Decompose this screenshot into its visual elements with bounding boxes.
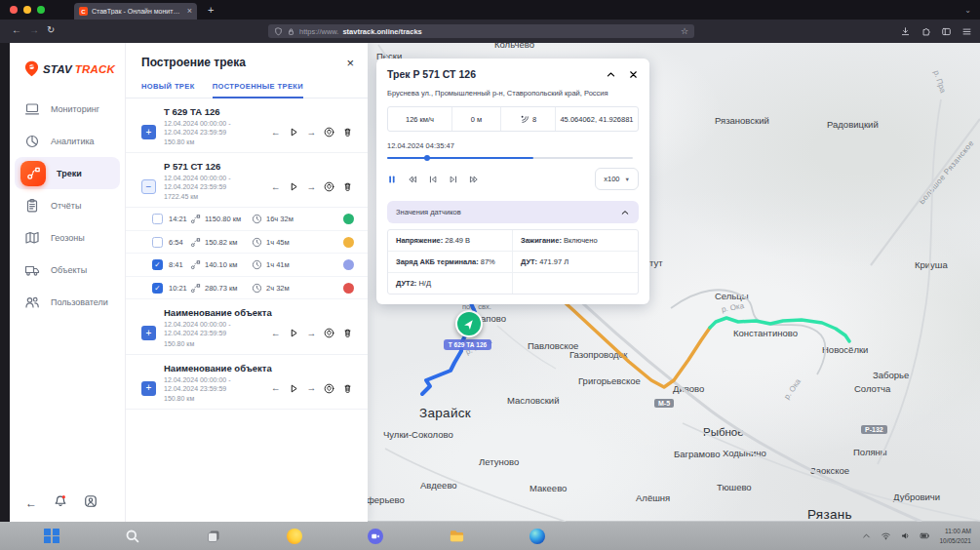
start-button[interactable] <box>43 528 60 545</box>
segment-checkbox[interactable] <box>152 214 163 224</box>
sensor-value: Напряжение: 28.49 В <box>388 230 513 252</box>
menu-icon[interactable] <box>961 26 972 37</box>
downloads-icon[interactable] <box>900 26 911 37</box>
bookmark-star-icon[interactable]: ☆ <box>681 27 688 36</box>
sidebar-item-tracks[interactable]: Треки <box>15 157 120 189</box>
pan-right-button[interactable]: → <box>307 329 317 338</box>
playback-slider[interactable] <box>387 153 639 162</box>
locate-track-button[interactable] <box>324 383 334 394</box>
notifications-bell-icon[interactable] <box>54 494 67 512</box>
window-minimize-button[interactable] <box>23 6 31 14</box>
track-segment-row[interactable]: 14:211150.80 км16ч 32м <box>125 208 368 231</box>
route-icon <box>190 214 201 224</box>
volume-icon[interactable] <box>900 530 911 541</box>
track-card[interactable]: Т 629 ТА 126 + 12.04.2024 00:00:00 - 12.… <box>125 98 368 153</box>
pan-left-button[interactable]: ← <box>271 383 281 393</box>
tab-close-icon[interactable]: × <box>187 7 192 16</box>
pause-button[interactable] <box>387 175 397 184</box>
delete-track-button[interactable] <box>342 383 353 394</box>
play-track-button[interactable] <box>289 181 299 192</box>
lock-icon[interactable] <box>287 27 295 36</box>
clock-icon <box>252 283 262 294</box>
battery-icon[interactable] <box>920 530 930 541</box>
chat-icon[interactable] <box>367 528 384 545</box>
step-forward-button[interactable] <box>449 175 458 184</box>
fast-forward-button[interactable] <box>469 175 479 184</box>
vehicle-plate-badge[interactable]: Т 629 ТА 126 <box>444 339 491 350</box>
sidebar-item-users[interactable]: Пользователи <box>15 286 120 318</box>
task-view-icon[interactable] <box>205 528 222 545</box>
delete-track-button[interactable] <box>342 328 353 338</box>
delete-track-button[interactable] <box>342 181 353 192</box>
rewind-button[interactable] <box>408 175 417 184</box>
pan-right-button[interactable]: → <box>307 182 317 192</box>
app-logo[interactable]: STAVTRACK <box>10 43 125 77</box>
play-track-button[interactable] <box>289 328 299 338</box>
sensor-value <box>513 273 638 294</box>
expand-toggle[interactable]: + <box>141 326 156 340</box>
track-segment-row[interactable]: 6:54150.82 км1ч 45м <box>125 231 368 255</box>
panel-close-icon[interactable]: × <box>346 57 354 69</box>
sidebar-item-monitoring[interactable]: Мониторинг <box>15 93 120 125</box>
locate-track-button[interactable] <box>324 181 334 192</box>
collapse-sidebar-button[interactable]: ← <box>25 497 37 509</box>
collapse-toggle[interactable]: − <box>141 179 156 194</box>
segment-checkbox[interactable]: ✓ <box>152 259 163 270</box>
delete-track-button[interactable] <box>342 127 353 138</box>
pan-right-button[interactable]: → <box>307 383 317 393</box>
tab-new-track[interactable]: НОВЫЙ ТРЕК <box>141 78 195 98</box>
segment-checkbox[interactable] <box>152 237 163 248</box>
file-explorer-icon[interactable] <box>448 528 465 545</box>
pan-left-button[interactable]: ← <box>271 182 281 192</box>
account-icon[interactable] <box>84 494 98 512</box>
step-back-button[interactable] <box>428 175 438 184</box>
taskbar-clock[interactable]: 11:00 AM 10/05/2021 <box>939 527 971 544</box>
edge-icon[interactable] <box>529 528 546 545</box>
sidebar-item-geozones[interactable]: Геозоны <box>15 221 120 254</box>
tracks-icon <box>20 161 46 186</box>
sensors-section-header[interactable]: Значения датчиков <box>387 201 639 223</box>
tray-chevron-icon[interactable] <box>861 530 872 541</box>
pan-left-button[interactable]: ← <box>271 128 281 138</box>
sidebar-item-analytics[interactable]: Аналитика <box>15 125 120 157</box>
sidebar-item-objects[interactable]: Объекты <box>15 254 120 286</box>
taskbar-search-icon[interactable] <box>124 528 141 545</box>
back-button[interactable]: ← <box>12 25 21 35</box>
wifi-icon[interactable] <box>881 530 891 541</box>
expand-toggle[interactable]: + <box>141 381 156 396</box>
track-card[interactable]: Наименование объекта + 12.04.2024 00:00:… <box>125 299 368 354</box>
address-bar[interactable]: https://www.stavtrack.online/tracks ☆ <box>268 24 694 38</box>
browser-tab[interactable]: С СтавТрак - Онлайн мониторинг × <box>74 3 197 20</box>
stats-row: 126 км/ч 0 м 8 45.064062, 41.926881 <box>387 106 639 132</box>
pan-left-button[interactable]: ← <box>271 329 281 338</box>
segment-distance: 1150.80 км <box>205 215 252 223</box>
reload-button[interactable]: ↻ <box>47 25 55 35</box>
collapse-card-icon[interactable] <box>606 69 616 80</box>
new-tab-button[interactable]: + <box>208 5 214 16</box>
expand-toggle[interactable]: + <box>141 125 156 139</box>
track-segment-row[interactable]: ✓8:41140.10 км1ч 41м <box>125 254 368 277</box>
vehicle-position-marker[interactable] <box>455 310 483 337</box>
shield-icon[interactable] <box>274 27 283 36</box>
locate-track-button[interactable] <box>324 328 334 338</box>
firefox-icon[interactable] <box>286 528 303 545</box>
track-segment-row[interactable]: ✓10:21280.73 км2ч 32м <box>125 277 368 300</box>
sidebar-item-reports[interactable]: Отчёты <box>15 189 120 221</box>
close-card-icon[interactable] <box>628 69 639 80</box>
track-card[interactable]: Наименование объекта + 12.04.2024 00:00:… <box>125 355 368 410</box>
extensions-icon[interactable] <box>921 26 931 37</box>
tab-built-tracks[interactable]: ПОСТРОЕННЫЕ ТРЕКИ <box>213 78 303 98</box>
locate-track-button[interactable] <box>324 127 334 138</box>
window-close-button[interactable] <box>10 6 18 14</box>
forward-button[interactable]: → <box>29 25 39 35</box>
sidebar-toggle-icon[interactable] <box>941 26 952 37</box>
track-card[interactable]: Р 571 СТ 126 − 12.04.2024 00:00:00 - 12.… <box>125 153 368 207</box>
pan-right-button[interactable]: → <box>307 128 317 138</box>
window-zoom-button[interactable] <box>37 6 45 14</box>
tab-list-chevron-icon[interactable]: ⌄ <box>964 6 971 15</box>
play-track-button[interactable] <box>289 127 299 138</box>
play-track-button[interactable] <box>289 383 299 394</box>
playback-speed-dropdown[interactable]: x100 ▼ <box>595 168 639 190</box>
slider-thumb[interactable] <box>424 155 430 161</box>
segment-checkbox[interactable]: ✓ <box>152 283 163 294</box>
